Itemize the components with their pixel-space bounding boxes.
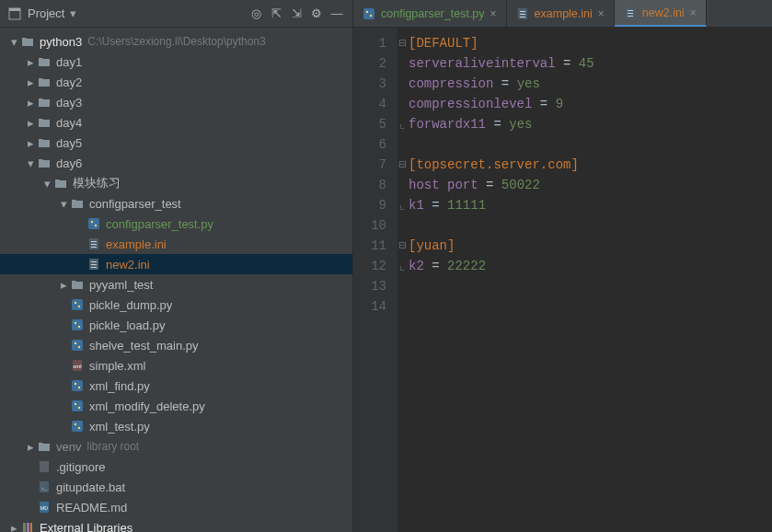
- tree-item-xml_find.py[interactable]: xml_find.py: [0, 376, 352, 396]
- line-number[interactable]: 5: [353, 114, 386, 134]
- chevron-down-icon[interactable]: ▾: [40, 177, 53, 190]
- code-line[interactable]: [409, 134, 772, 155]
- tree-item-day2[interactable]: ▸day2: [0, 72, 352, 92]
- tree-item-pickle_load.py[interactable]: pickle_load.py: [0, 315, 352, 335]
- line-number[interactable]: 6: [353, 134, 386, 155]
- tree-item-configparser_test[interactable]: ▾configparser_test: [0, 193, 352, 214]
- tree-item-configparser_test.py[interactable]: configparser_test.py: [0, 214, 352, 234]
- tree-item-python3[interactable]: ▾python3C:\Users\zexiong.li\Desktop\pyth…: [0, 31, 352, 52]
- collapse-icon[interactable]: ⇱: [266, 4, 286, 24]
- code-line[interactable]: [409, 276, 772, 296]
- code-line[interactable]: ⊟[yuan]: [409, 236, 772, 256]
- code-line[interactable]: [409, 296, 772, 317]
- code-token: serveraliveinterval: [409, 56, 556, 71]
- code-line[interactable]: host port = 50022: [409, 175, 772, 195]
- line-number[interactable]: 7: [353, 155, 386, 175]
- line-number[interactable]: 11: [353, 236, 386, 256]
- code-line[interactable]: ⌞forwardx11 = yes: [409, 114, 772, 134]
- tree-item-new2.ini[interactable]: new2.ini: [0, 254, 352, 274]
- chevron-right-icon[interactable]: ▸: [24, 75, 37, 88]
- project-sidebar: Project ▾ ◎⇱⇲⚙— ▾python3C:\Users\zexiong…: [0, 0, 353, 532]
- tree-item-example.ini[interactable]: example.ini: [0, 234, 352, 254]
- line-number[interactable]: 9: [353, 195, 386, 215]
- chevron-down-icon[interactable]: ▾: [24, 156, 37, 169]
- close-icon[interactable]: ×: [490, 7, 497, 20]
- tab-label: configparser_test.py: [381, 7, 485, 20]
- sidebar-toolbar: ◎⇱⇲⚙—: [246, 4, 347, 24]
- code-line[interactable]: ⊟[DEFAULT]: [409, 33, 772, 53]
- tree-item-.gitignore[interactable]: .gitignore: [0, 457, 352, 477]
- tree-item-External-Libraries[interactable]: ▸External Libraries: [0, 517, 352, 532]
- tab-new2.ini[interactable]: new2.ini×: [615, 0, 707, 27]
- svg-point-26: [78, 387, 80, 388]
- chevron-right-icon[interactable]: ▸: [24, 136, 37, 149]
- gear-icon[interactable]: ⚙: [306, 4, 327, 24]
- tree-item-label: new2.ini: [106, 258, 150, 272]
- tree-item-day4[interactable]: ▸day4: [0, 112, 352, 133]
- folder-icon: [37, 156, 52, 170]
- close-icon[interactable]: ×: [690, 6, 697, 19]
- project-title-group[interactable]: Project ▾: [7, 6, 76, 21]
- code-line[interactable]: compressionlevel = 9: [409, 94, 772, 114]
- line-number[interactable]: 8: [353, 175, 386, 195]
- chevron-right-icon[interactable]: ▸: [24, 116, 37, 129]
- line-number[interactable]: 3: [353, 74, 386, 94]
- tree-item-xml_modify_delete.py[interactable]: xml_modify_delete.py: [0, 396, 352, 416]
- code-line[interactable]: compression = yes: [409, 74, 772, 94]
- svg-point-18: [78, 326, 80, 328]
- line-number[interactable]: 1: [353, 33, 386, 53]
- tree-item-xml_test.py[interactable]: xml_test.py: [0, 416, 352, 436]
- tree-item-day6[interactable]: ▾day6: [0, 153, 352, 173]
- minimize-icon[interactable]: —: [327, 4, 347, 24]
- tab-configparser_test.py[interactable]: configparser_test.py×: [353, 0, 507, 27]
- fold-open-icon[interactable]: ⊟: [398, 33, 407, 53]
- code-line[interactable]: ⌞k2 = 22222: [409, 256, 772, 276]
- line-number[interactable]: 13: [353, 276, 386, 296]
- chevron-right-icon[interactable]: ▸: [24, 55, 37, 68]
- ini-icon: [86, 257, 101, 272]
- tree-item-README.md[interactable]: MDREADME.md: [0, 497, 352, 517]
- line-number[interactable]: 12: [353, 256, 386, 276]
- fold-close-icon[interactable]: ⌞: [398, 195, 407, 215]
- chevron-right-icon[interactable]: ▸: [57, 278, 70, 291]
- tree-item-day3[interactable]: ▸day3: [0, 92, 352, 112]
- chevron-down-icon[interactable]: ▾: [7, 35, 20, 48]
- fold-close-icon[interactable]: ⌞: [398, 114, 407, 134]
- target-icon[interactable]: ◎: [246, 4, 266, 24]
- close-icon[interactable]: ×: [598, 7, 605, 20]
- tree-item-shelve_test_main.py[interactable]: shelve_test_main.py: [0, 335, 352, 355]
- code-content[interactable]: ⊟[DEFAULT]serveraliveinterval = 45compre…: [398, 28, 772, 532]
- code-line[interactable]: [409, 215, 772, 236]
- tree-item-simple.xml[interactable]: xmlsimple.xml: [0, 355, 352, 376]
- code-line[interactable]: ⌞k1 = 11111: [409, 195, 772, 215]
- code-line[interactable]: ⊟[topsecret.server.com]: [409, 155, 772, 175]
- chevron-right-icon[interactable]: ▸: [24, 440, 37, 453]
- tree-item-day5[interactable]: ▸day5: [0, 133, 352, 153]
- python-icon: [70, 318, 85, 332]
- fold-open-icon[interactable]: ⊟: [398, 236, 407, 256]
- line-number[interactable]: 4: [353, 94, 386, 114]
- code-token: k2: [409, 259, 424, 273]
- editor-area: configparser_test.py×example.ini×new2.in…: [353, 0, 772, 532]
- chevron-down-icon[interactable]: ▾: [57, 197, 70, 210]
- expand-icon[interactable]: ⇲: [286, 4, 306, 24]
- project-tree[interactable]: ▾python3C:\Users\zexiong.li\Desktop\pyth…: [0, 28, 352, 532]
- line-gutter[interactable]: 1234567891011121314: [353, 28, 398, 532]
- tree-item-venv[interactable]: ▸venvlibrary root: [0, 436, 352, 457]
- chevron-right-icon[interactable]: ▸: [7, 521, 20, 532]
- tab-example.ini[interactable]: example.ini×: [507, 0, 615, 27]
- fold-close-icon[interactable]: ⌞: [398, 256, 407, 276]
- tree-item-day1[interactable]: ▸day1: [0, 52, 352, 72]
- line-number[interactable]: 14: [353, 296, 386, 317]
- line-number[interactable]: 2: [353, 53, 386, 74]
- tree-item-gitupdate.bat[interactable]: ›_gitupdate.bat: [0, 477, 352, 497]
- code-line[interactable]: serveraliveinterval = 45: [409, 53, 772, 74]
- fold-open-icon[interactable]: ⊟: [398, 155, 407, 175]
- chevron-right-icon[interactable]: ▸: [24, 96, 37, 109]
- tree-item-pickle_dump.py[interactable]: pickle_dump.py: [0, 295, 352, 315]
- folder-icon: [37, 54, 52, 69]
- tree-item--[interactable]: ▾模块练习: [0, 173, 352, 193]
- line-number[interactable]: 10: [353, 215, 386, 236]
- tree-item-pyyaml_test[interactable]: ▸pyyaml_test: [0, 274, 352, 295]
- tree-item-suffix: C:\Users\zexiong.li\Desktop\python3: [87, 35, 265, 48]
